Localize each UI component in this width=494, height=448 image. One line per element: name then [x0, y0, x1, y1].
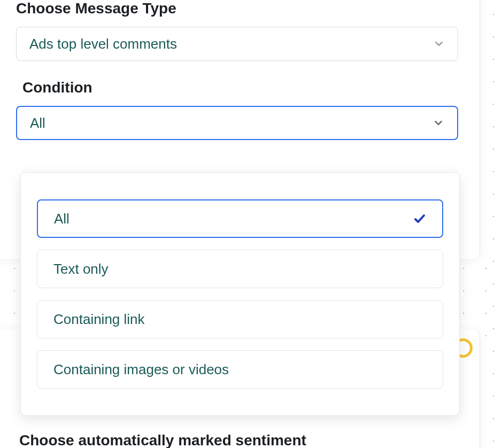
option-label: Containing images or videos [53, 361, 229, 378]
chevron-down-icon [433, 38, 445, 50]
check-icon [413, 212, 426, 225]
option-label: Containing link [53, 311, 145, 328]
chevron-down-icon [433, 117, 444, 129]
condition-dropdown-panel: All Text only Containing link Containing… [20, 172, 460, 416]
condition-option-containing-link[interactable]: Containing link [37, 300, 443, 338]
option-label: Text only [53, 261, 109, 277]
condition-label: Condition [22, 79, 458, 96]
condition-selected-value: All [30, 115, 45, 132]
sentiment-section-heading: Choose automatically marked sentiment [19, 432, 306, 448]
message-type-selected-value: Ads top level comments [29, 36, 177, 52]
condition-option-all[interactable]: All [37, 199, 443, 238]
condition-option-containing-images-or-videos[interactable]: Containing images or videos [37, 350, 443, 389]
message-type-select[interactable]: Ads top level comments [16, 27, 458, 61]
condition-option-text-only[interactable]: Text only [37, 250, 443, 288]
option-label: All [54, 211, 70, 227]
dotted-background-right [480, 0, 494, 448]
condition-select[interactable]: All [16, 106, 458, 140]
message-type-label: Choose Message Type [16, 0, 458, 17]
